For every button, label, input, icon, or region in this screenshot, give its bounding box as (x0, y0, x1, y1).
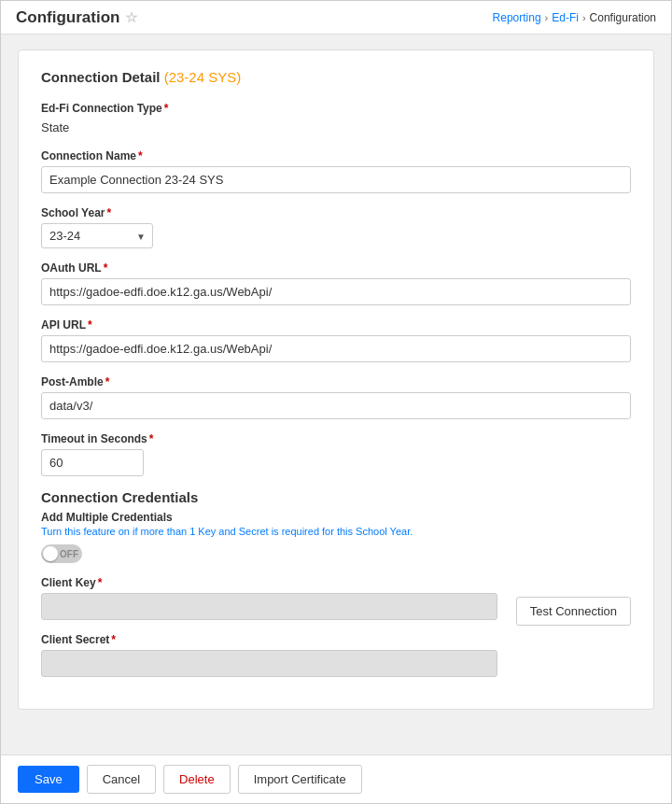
add-multiple-text: Turn this feature on if more than 1 Key … (41, 526, 631, 537)
client-secret-label: Client Secret* (41, 633, 497, 646)
main-content: Connection Detail (23-24 SYS) Ed-Fi Conn… (1, 35, 671, 755)
import-certificate-button[interactable]: Import Certificate (238, 765, 362, 794)
school-year-select-wrapper: 23-24 22-23 21-22 ▼ (41, 223, 153, 248)
school-year-select[interactable]: 23-24 22-23 21-22 (41, 223, 153, 248)
breadcrumb-sep-2: › (582, 12, 586, 23)
breadcrumb: Reporting › Ed-Fi › Configuration (493, 11, 656, 24)
credentials-fields: Client Key* Client Secret* (41, 576, 497, 690)
toggle-thumb (43, 546, 58, 561)
api-url-label: API URL* (41, 318, 631, 331)
connection-name-group: Connection Name* (41, 149, 631, 193)
post-amble-input[interactable] (41, 392, 631, 419)
oauth-url-label: OAuth URL* (41, 261, 631, 275)
api-url-input[interactable] (41, 335, 631, 362)
add-multiple-toggle[interactable]: OFF (41, 544, 82, 563)
post-amble-label: Post-Amble* (41, 375, 631, 388)
client-secret-group: Client Secret* (41, 633, 497, 677)
timeout-label: Timeout in Seconds* (41, 432, 631, 445)
edfi-connection-type-label: Ed-Fi Connection Type* (41, 102, 631, 115)
school-year-group: School Year* 23-24 22-23 21-22 ▼ (41, 206, 631, 248)
school-year-label: School Year* (41, 206, 631, 219)
page-title: Configuration ☆ (16, 8, 137, 27)
test-connection-wrapper: Test Connection (516, 576, 631, 626)
test-connection-button[interactable]: Test Connection (516, 597, 631, 626)
edfi-connection-type-value: State (41, 119, 631, 136)
toggle-wrapper: OFF (41, 544, 631, 563)
client-key-group: Client Key* (41, 576, 497, 620)
connection-detail-card: Connection Detail (23-24 SYS) Ed-Fi Conn… (18, 49, 654, 710)
add-multiple-credentials-group: Add Multiple Credentials Turn this featu… (41, 511, 631, 563)
client-key-label: Client Key* (41, 576, 497, 589)
edfi-connection-type-group: Ed-Fi Connection Type* State (41, 102, 631, 136)
breadcrumb-reporting[interactable]: Reporting (493, 11, 541, 24)
cancel-button[interactable]: Cancel (87, 765, 156, 794)
card-title-sub: (23-24 SYS) (164, 69, 242, 85)
timeout-input[interactable] (41, 449, 144, 476)
client-key-input[interactable] (41, 593, 497, 620)
connection-name-input[interactable] (41, 166, 631, 193)
save-button[interactable]: Save (18, 766, 79, 793)
credentials-section-heading: Connection Credentials (41, 489, 631, 505)
breadcrumb-configuration: Configuration (590, 11, 656, 24)
oauth-url-input[interactable] (41, 278, 631, 305)
oauth-url-group: OAuth URL* (41, 261, 631, 305)
breadcrumb-sep-1: › (545, 12, 549, 23)
connection-name-label: Connection Name* (41, 149, 631, 162)
delete-button[interactable]: Delete (163, 765, 231, 794)
credentials-row: Client Key* Client Secret* Test Connecti… (41, 576, 631, 690)
breadcrumb-edfi[interactable]: Ed-Fi (552, 11, 579, 24)
add-multiple-label: Add Multiple Credentials (41, 511, 631, 524)
page-footer: Save Cancel Delete Import Certificate (1, 755, 671, 803)
title-text: Configuration (16, 8, 119, 27)
client-secret-input[interactable] (41, 650, 497, 677)
api-url-group: API URL* (41, 318, 631, 362)
post-amble-group: Post-Amble* (41, 375, 631, 419)
page-header: Configuration ☆ Reporting › Ed-Fi › Conf… (1, 1, 671, 35)
toggle-state-label: OFF (60, 549, 78, 559)
timeout-group: Timeout in Seconds* (41, 432, 631, 476)
card-title: Connection Detail (23-24 SYS) (41, 69, 631, 85)
favorite-icon[interactable]: ☆ (125, 9, 137, 26)
